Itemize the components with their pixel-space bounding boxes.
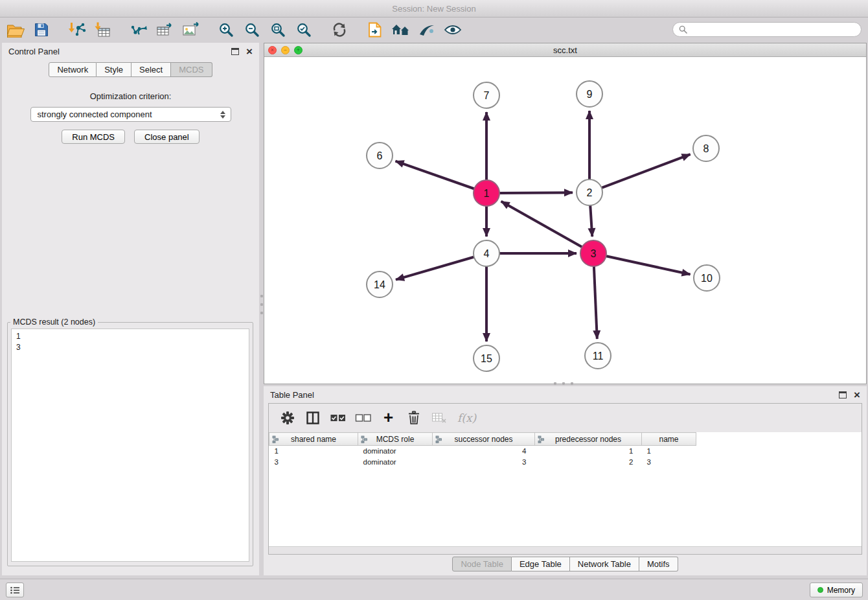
import-table-icon bbox=[95, 22, 111, 38]
unselect-all-columns-button[interactable] bbox=[351, 408, 375, 428]
delete-column-button[interactable] bbox=[402, 408, 426, 428]
import-table-button[interactable] bbox=[90, 19, 116, 41]
plus-icon: + bbox=[383, 409, 393, 426]
toggle-visibility-button[interactable] bbox=[440, 19, 466, 41]
home-button[interactable] bbox=[388, 19, 414, 41]
horizontal-splitter[interactable] bbox=[554, 382, 573, 385]
edge-2-3[interactable] bbox=[590, 204, 592, 237]
node-label-2: 2 bbox=[587, 187, 593, 198]
export-table-button[interactable] bbox=[152, 19, 177, 41]
import-network-button[interactable] bbox=[64, 19, 90, 41]
tab-network[interactable]: Network bbox=[49, 62, 97, 77]
cell-predecessor-nodes[interactable]: 2 bbox=[535, 457, 642, 468]
cell-successor-nodes[interactable]: 3 bbox=[433, 457, 535, 468]
column-header-mcds-role[interactable]: MCDS role bbox=[358, 433, 433, 446]
apply-style-button[interactable] bbox=[362, 19, 388, 41]
network-canvas[interactable]: 7968124314101511 bbox=[264, 57, 866, 384]
close-panel-button[interactable]: Close panel bbox=[134, 130, 200, 144]
minimize-window-icon[interactable]: − bbox=[281, 46, 290, 54]
cell-mcds-role[interactable]: dominator bbox=[358, 446, 433, 457]
table-header-row: shared name MCDS role successor nodes pr… bbox=[269, 433, 862, 446]
zoom-selected-button[interactable] bbox=[291, 19, 317, 41]
zoom-out-button[interactable] bbox=[239, 19, 265, 41]
show-column-button[interactable] bbox=[301, 408, 325, 428]
main-toolbar bbox=[0, 17, 868, 42]
open-session-button[interactable] bbox=[3, 19, 29, 41]
node-table: shared name MCDS role successor nodes pr… bbox=[269, 432, 862, 468]
list-icon bbox=[10, 586, 20, 595]
edge-3-1[interactable] bbox=[501, 202, 584, 248]
cell-shared-name[interactable]: 3 bbox=[269, 457, 358, 468]
column-header-predecessor-nodes[interactable]: predecessor nodes bbox=[535, 433, 642, 446]
edge-1-6[interactable] bbox=[396, 161, 476, 189]
column-header-shared-name[interactable]: shared name bbox=[269, 433, 358, 446]
close-panel-icon[interactable]: × bbox=[246, 46, 253, 57]
float-panel-icon[interactable] bbox=[231, 48, 239, 55]
edge-1-2[interactable] bbox=[498, 192, 573, 193]
network-window-titlebar[interactable]: × − + scc.txt bbox=[264, 43, 866, 57]
cell-shared-name[interactable]: 1 bbox=[269, 446, 358, 457]
tab-style[interactable]: Style bbox=[97, 62, 131, 77]
close-window-icon[interactable]: × bbox=[268, 46, 277, 54]
table-settings-button[interactable] bbox=[275, 408, 299, 428]
panel-toggle-button[interactable] bbox=[6, 583, 24, 597]
tab-mcds[interactable]: MCDS bbox=[171, 62, 212, 77]
cell-name[interactable]: 3 bbox=[642, 457, 696, 468]
control-panel-title: Control Panel bbox=[8, 47, 60, 56]
attribute-icon bbox=[538, 435, 545, 443]
edge-2-8[interactable] bbox=[600, 154, 691, 188]
save-icon bbox=[34, 23, 49, 37]
column-header-successor-nodes[interactable]: successor nodes bbox=[433, 433, 535, 446]
column-header-name[interactable]: name bbox=[642, 433, 696, 446]
column-header-filler bbox=[696, 433, 862, 446]
mcds-result-list[interactable]: 1 3 bbox=[11, 329, 249, 562]
export-table-icon bbox=[156, 22, 173, 38]
refresh-button[interactable] bbox=[326, 19, 352, 41]
cell-name[interactable]: 1 bbox=[642, 446, 696, 457]
node-label-4: 4 bbox=[484, 248, 490, 259]
control-panel-tabs: Network Style Select MCDS bbox=[2, 62, 259, 77]
cell-successor-nodes[interactable]: 4 bbox=[433, 446, 535, 457]
edge-3-11[interactable] bbox=[594, 265, 597, 339]
save-session-button[interactable] bbox=[29, 19, 54, 41]
float-table-panel-icon[interactable] bbox=[839, 391, 847, 398]
select-all-columns-button[interactable] bbox=[326, 408, 350, 428]
edge-4-14[interactable] bbox=[396, 257, 475, 280]
create-column-button[interactable]: + bbox=[376, 408, 400, 428]
table-horizontal-scrollbar[interactable] bbox=[269, 546, 862, 554]
node-label-11: 11 bbox=[593, 351, 604, 362]
zoom-selected-icon bbox=[296, 22, 312, 38]
style-brush-button[interactable] bbox=[414, 19, 440, 41]
zoom-fit-button[interactable] bbox=[265, 19, 291, 41]
optimization-dropdown[interactable]: strongly connected component bbox=[30, 107, 231, 122]
tab-select[interactable]: Select bbox=[131, 62, 171, 77]
search-input[interactable] bbox=[691, 25, 855, 34]
node-label-1: 1 bbox=[484, 188, 490, 199]
table-row[interactable]: 3 dominator 3 2 3 bbox=[269, 457, 862, 468]
export-network-button[interactable] bbox=[126, 19, 152, 41]
zoom-in-button[interactable] bbox=[213, 19, 239, 41]
memory-button[interactable]: Memory bbox=[810, 583, 863, 597]
table-panel: Table Panel × + bbox=[264, 386, 867, 575]
node-label-7: 7 bbox=[484, 90, 490, 101]
tab-node-table[interactable]: Node Table bbox=[452, 557, 512, 571]
import-network-icon bbox=[68, 22, 86, 38]
vertical-splitter[interactable] bbox=[260, 295, 263, 314]
cell-predecessor-nodes[interactable]: 1 bbox=[535, 446, 642, 457]
cell-mcds-role[interactable]: dominator bbox=[358, 457, 433, 468]
tab-network-table[interactable]: Network Table bbox=[570, 557, 639, 571]
search-box[interactable] bbox=[672, 22, 862, 37]
tab-edge-table[interactable]: Edge Table bbox=[512, 557, 570, 571]
attribute-icon bbox=[272, 435, 279, 443]
run-mcds-button[interactable]: Run MCDS bbox=[62, 130, 125, 144]
maximize-window-icon[interactable]: + bbox=[294, 46, 303, 54]
close-table-panel-icon[interactable]: × bbox=[854, 389, 860, 400]
titlebar: Session: New Session bbox=[0, 0, 868, 17]
network-window-title: scc.txt bbox=[553, 45, 577, 55]
edge-3-10[interactable] bbox=[605, 256, 691, 275]
dropdown-stepper-icon bbox=[218, 111, 227, 119]
column-icon bbox=[306, 411, 320, 425]
tab-motifs[interactable]: Motifs bbox=[639, 557, 678, 571]
table-row[interactable]: 1 dominator 4 1 1 bbox=[269, 446, 862, 457]
export-image-button[interactable] bbox=[177, 19, 203, 41]
